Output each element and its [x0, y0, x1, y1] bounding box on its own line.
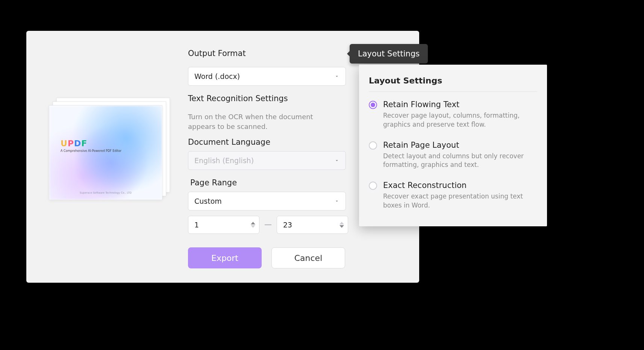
- layout-option-desc: Recover page layout, columns, formatting…: [383, 111, 537, 129]
- stepper-icon[interactable]: [251, 222, 255, 228]
- brand-letter: F: [81, 139, 87, 148]
- page-to-input[interactable]: 23: [277, 216, 348, 234]
- layout-option-retain-page-layout[interactable]: Retain Page Layout Detect layout and col…: [369, 141, 537, 170]
- range-dash: [265, 224, 271, 225]
- document-preview: UPDF A Comprehensive AI-Powered PDF Edit…: [49, 98, 165, 199]
- stepper-icon[interactable]: [339, 222, 344, 228]
- chevron-down-icon: [334, 156, 339, 165]
- language-select[interactable]: English (English): [188, 151, 346, 170]
- brand-letter: D: [74, 139, 81, 148]
- page-range-mode-select[interactable]: Custom: [188, 192, 346, 211]
- page-from-value: 1: [194, 221, 199, 229]
- preview-subtitle: A Comprehensive AI-Powered PDF Editor: [61, 149, 121, 153]
- layout-option-exact-reconstruction[interactable]: Exact Reconstruction Recover exact page …: [369, 181, 537, 210]
- layout-settings-tooltip: Layout Settings: [350, 44, 428, 64]
- radio-icon: [369, 101, 377, 109]
- radio-icon: [369, 182, 377, 190]
- preview-page-front: UPDF A Comprehensive AI-Powered PDF Edit…: [49, 105, 162, 200]
- chevron-down-icon: [334, 72, 339, 80]
- language-value: English (English): [194, 156, 254, 165]
- divider: [369, 91, 537, 92]
- layout-option-title: Exact Reconstruction: [383, 181, 537, 190]
- export-button[interactable]: Export: [188, 247, 262, 268]
- radio-icon: [369, 141, 377, 150]
- preview-column: UPDF A Comprehensive AI-Powered PDF Edit…: [26, 31, 188, 283]
- cancel-button[interactable]: Cancel: [271, 247, 345, 268]
- preview-brand-block: UPDF A Comprehensive AI-Powered PDF Edit…: [61, 139, 121, 153]
- output-format-select[interactable]: Word (.docx): [188, 67, 346, 86]
- layout-option-desc: Recover exact page presentation using te…: [383, 192, 537, 210]
- preview-footer: Superace Software Technology Co., LTD: [49, 191, 162, 194]
- chevron-down-icon: [334, 197, 339, 205]
- layout-panel-title: Layout Settings: [369, 76, 537, 85]
- page-from-input[interactable]: 1: [188, 216, 259, 234]
- export-button-label: Export: [211, 253, 238, 263]
- preview-brand: UPDF: [61, 139, 121, 148]
- ocr-hint: Turn on the OCR when the document appear…: [188, 112, 342, 132]
- brand-letter: U: [61, 139, 68, 148]
- brand-letter: P: [68, 139, 74, 148]
- output-format-value: Word (.docx): [194, 72, 240, 80]
- cancel-button-label: Cancel: [294, 253, 323, 263]
- ocr-label: Text Recognition Settings: [188, 94, 288, 103]
- layout-option-desc: Detect layout and columns but only recov…: [383, 152, 537, 170]
- layout-option-title: Retain Page Layout: [383, 141, 537, 150]
- layout-settings-panel: Layout Settings Retain Flowing Text Reco…: [359, 65, 547, 226]
- page-to-value: 23: [283, 221, 292, 229]
- layout-option-title: Retain Flowing Text: [383, 100, 537, 109]
- output-format-label: Output Format: [188, 49, 246, 58]
- page-range-mode-value: Custom: [194, 197, 222, 205]
- layout-option-retain-flowing-text[interactable]: Retain Flowing Text Recover page layout,…: [369, 100, 537, 129]
- tooltip-text: Layout Settings: [358, 49, 420, 58]
- preview-gradient: [49, 106, 162, 200]
